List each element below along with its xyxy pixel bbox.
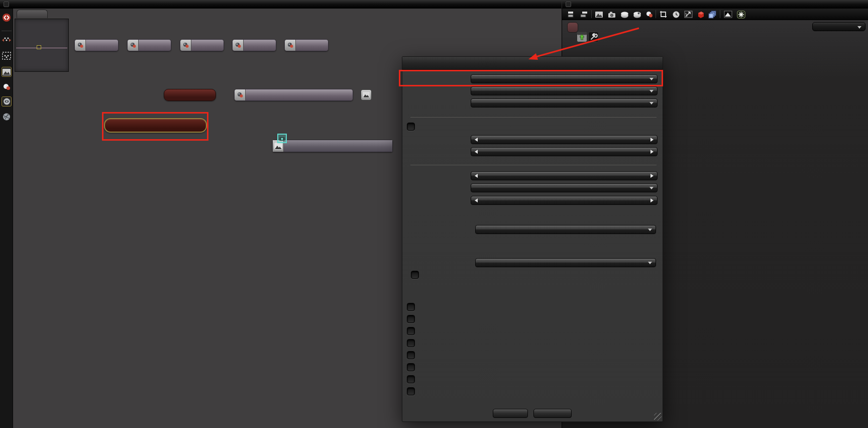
solid-color-icon[interactable]: [696, 10, 705, 19]
chevron-down-icon: [649, 102, 654, 104]
expand-all-icon[interactable]: [580, 10, 589, 19]
render-target-node[interactable]: [272, 140, 393, 152]
subdivision-scheme-dropdown[interactable]: [471, 183, 658, 192]
stepper-left-arrow-icon[interactable]: [475, 198, 478, 202]
image-icon[interactable]: [594, 10, 604, 19]
merge-materials-checkbox[interactable]: [407, 339, 415, 347]
scene-selector-dropdown[interactable]: [812, 22, 865, 31]
material-drop-icon: [75, 40, 86, 51]
material-drop-icon: [233, 40, 244, 51]
object-smoothing-section[interactable]: [407, 114, 657, 121]
stepper-right-arrow-icon[interactable]: [650, 150, 654, 154]
stepper-left-arrow-icon[interactable]: [475, 138, 478, 142]
group-node-5[interactable]: [232, 39, 276, 51]
clipped-node[interactable]: [361, 89, 372, 100]
group-node-3[interactable]: [127, 39, 171, 51]
stepper-left-arrow-icon[interactable]: [475, 174, 478, 178]
subdivide-all-meshes-checkbox[interactable]: [407, 387, 415, 395]
max-smoothing-stepper[interactable]: [471, 135, 658, 144]
selected-camera-pin[interactable]: [277, 134, 287, 143]
tab-scene[interactable]: [17, 10, 48, 18]
fit-selection-icon[interactable]: [2, 13, 12, 23]
inspector-titlebar: [562, 0, 868, 9]
texture-map-icon[interactable]: [684, 10, 693, 19]
inspector-file-row[interactable]: [562, 32, 868, 44]
stepper-left-arrow-icon[interactable]: [475, 150, 478, 154]
vertex-boundary-row: [402, 225, 663, 235]
panel-checkbox-icon[interactable]: [4, 2, 9, 7]
material-drop-icon[interactable]: [2, 82, 12, 92]
object-layers-row: [402, 98, 663, 108]
import-file-icon[interactable]: [577, 32, 587, 42]
load-vertex-normals-checkbox[interactable]: [407, 123, 415, 131]
layers-icon[interactable]: [708, 10, 717, 19]
node-color-swatch[interactable]: [567, 22, 578, 33]
chevron-down-icon: [648, 262, 652, 264]
group-node-4[interactable]: [180, 39, 224, 51]
toolbar-separator: [591, 10, 592, 18]
face-boundary-dropdown[interactable]: [475, 258, 656, 267]
toolbar-separator: [656, 10, 656, 18]
subdivision-scheme-row: [402, 183, 663, 193]
winding-order-dropdown[interactable]: [471, 86, 658, 95]
graph-minimap[interactable]: [15, 19, 69, 72]
camera-icon[interactable]: [607, 10, 617, 19]
subdivision-level-row: [402, 171, 663, 181]
group-node-6[interactable]: [284, 39, 329, 51]
time-icon[interactable]: [671, 10, 681, 19]
application-window: { "nodegraph": { "title": "Nodegraph edi…: [0, 0, 868, 428]
group-node-2[interactable]: [74, 39, 119, 51]
length-unit-dropdown[interactable]: [471, 74, 658, 83]
resize-grip[interactable]: [654, 413, 662, 420]
toolbar-separator: [2, 31, 12, 31]
load-object-layers-checkbox[interactable]: [407, 351, 415, 359]
material-preview-icon[interactable]: [632, 10, 642, 19]
import-geometry-checkbox[interactable]: [407, 303, 415, 311]
wrench-icon[interactable]: [588, 32, 599, 42]
create-camera-inputs-checkbox[interactable]: [407, 327, 415, 335]
group-node-label: [139, 40, 171, 51]
environment-icon[interactable]: [2, 96, 12, 106]
ok-button[interactable]: [493, 409, 528, 418]
dialog-title[interactable]: [402, 57, 663, 70]
subdivision-level-stepper[interactable]: [471, 171, 658, 180]
detect-instances-checkbox[interactable]: [407, 375, 415, 383]
caustics-icon[interactable]: [736, 10, 746, 19]
color-drop-icon[interactable]: [644, 10, 654, 19]
crop-icon[interactable]: [659, 10, 668, 19]
subdivide-section[interactable]: [407, 161, 657, 168]
vertex-boundary-dropdown[interactable]: [475, 225, 656, 234]
camera-icon: [279, 136, 285, 141]
subdivide-all-meshes-row: [407, 387, 420, 396]
group-node-label: [244, 40, 276, 51]
chevron-down-icon: [857, 26, 861, 29]
material-drop-icon: [128, 40, 139, 51]
group-node-label: [296, 40, 328, 51]
propagate-corners-checkbox[interactable]: [411, 271, 419, 279]
alembic-node[interactable]: [104, 118, 207, 133]
main-group-node[interactable]: [234, 89, 353, 101]
minimap-viewport[interactable]: [37, 45, 41, 49]
stepper-right-arrow-icon[interactable]: [650, 138, 654, 142]
tone-map-icon[interactable]: [723, 10, 733, 19]
texture-icon[interactable]: [2, 112, 12, 122]
render-target-label: [284, 140, 392, 152]
node-graph-node[interactable]: [164, 89, 216, 101]
frame-all-icon[interactable]: [2, 51, 12, 61]
cancel-button[interactable]: [533, 409, 572, 418]
object-layers-dropdown[interactable]: [471, 98, 658, 108]
hair-thickness-stepper[interactable]: [471, 147, 658, 156]
section-divider: [410, 117, 657, 118]
import-cameras-checkbox[interactable]: [407, 315, 415, 323]
collapse-all-icon[interactable]: [567, 10, 577, 19]
stepper-right-arrow-icon[interactable]: [650, 174, 654, 178]
render-target-icon[interactable]: [2, 67, 12, 77]
spread-nodes-icon[interactable]: [2, 35, 12, 45]
length-unit-row: [402, 74, 663, 84]
panel-checkbox-icon[interactable]: [566, 2, 571, 7]
subdivision-sharpness-stepper[interactable]: [471, 196, 658, 205]
material-icon[interactable]: [620, 10, 629, 19]
material-drop-icon: [235, 89, 246, 100]
chevron-down-icon: [649, 78, 654, 80]
stepper-right-arrow-icon[interactable]: [650, 198, 654, 202]
